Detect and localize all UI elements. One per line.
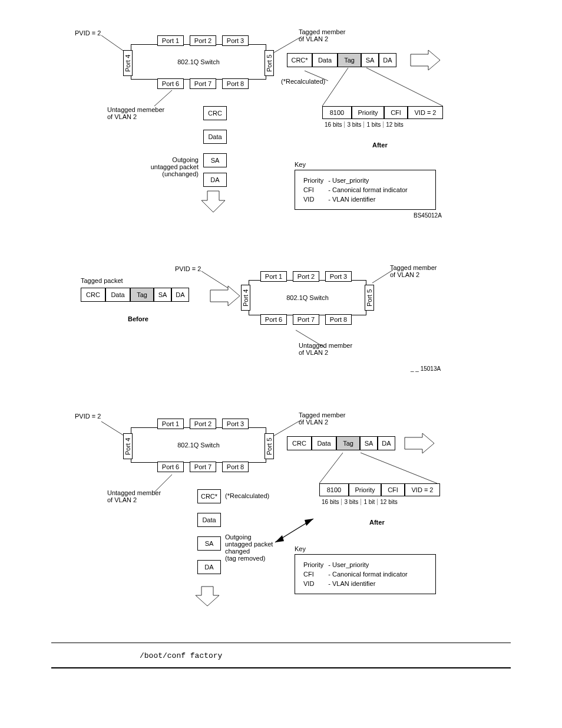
port-5-3: Port 5 [265, 433, 274, 459]
da-v-cell: DA [203, 173, 227, 187]
data-cell-3: Data [312, 436, 336, 450]
crc-v-cell: CRC [203, 106, 227, 120]
sa-cell-2: SA [154, 288, 171, 302]
cfi-cell: CFI [384, 106, 408, 119]
key-priority-l-3: Priority [303, 561, 327, 569]
untagged-member-label-3: Untagged member of VLAN 2 [107, 489, 161, 503]
bits-16: 16 bits [322, 121, 345, 128]
key-vid-l-3: VID [303, 579, 327, 588]
diagram-1: PVID = 2 802.1Q Switch Port 1 Port 2 Por… [51, 24, 511, 242]
svg-line-16 [361, 453, 437, 483]
port-8-3: Port 8 [222, 462, 249, 472]
data-v-3: Data [197, 513, 221, 527]
port-1-2: Port 1 [260, 271, 287, 282]
key-box: Priority- User_priority CFI- Canonical f… [295, 170, 436, 210]
bits-3: 3 bits [345, 121, 364, 128]
bits-16-3: 16 bits [319, 499, 342, 505]
bits-12: 12 bits [384, 121, 405, 128]
svg-marker-18 [275, 535, 284, 542]
pvid-label: PVID = 2 [75, 29, 101, 37]
port-3-2: Port 3 [325, 271, 352, 282]
crc-cell-2: CRC [81, 288, 105, 302]
key-vid-r-3: - VLAN identifier [328, 579, 411, 588]
bits-1-3: 1 bit [361, 499, 378, 505]
port-7: Port 7 [190, 78, 216, 89]
tpid-cell: 8100 [322, 106, 352, 119]
tagged-member-label-2: Tagged member of VLAN 2 [390, 264, 437, 278]
key-priority-l: Priority [303, 176, 327, 185]
key-title: Key [295, 161, 306, 168]
crc-star-v: CRC* [197, 489, 221, 503]
fig-id: BS45012A [414, 212, 442, 219]
priority-cell-3: Priority [349, 483, 381, 496]
footer-code: /boot/conf factory [51, 649, 511, 668]
key-vid-l: VID [303, 195, 327, 203]
sa-cell: SA [361, 53, 379, 67]
port-6-3: Port 6 [157, 462, 184, 472]
svg-marker-6 [411, 50, 440, 70]
untagged-member-label-2: Untagged member of VLAN 2 [299, 342, 352, 356]
port-6-2: Port 6 [260, 314, 287, 325]
port-2-2: Port 2 [293, 271, 319, 282]
connector-lines [51, 24, 511, 242]
switch-label: 802.1Q Switch [177, 58, 220, 65]
port-5: Port 5 [265, 50, 274, 76]
data-cell: Data [312, 53, 338, 67]
sa-cell-3: SA [360, 436, 378, 450]
recalc-label-3: (*Recalculated) [225, 492, 269, 499]
priority-cell: Priority [352, 106, 384, 119]
key-cfi-r: - Canonical format indicator [328, 186, 411, 194]
footer-separator [51, 643, 511, 643]
tagged-member-label: Tagged member of VLAN 2 [299, 28, 346, 42]
key-vid-r: - VLAN identifier [328, 195, 411, 203]
port-3: Port 3 [222, 35, 249, 46]
svg-line-8 [201, 271, 234, 292]
tag-cell-2: Tag [130, 288, 154, 302]
da-cell-2: DA [171, 288, 189, 302]
switch-box-3: 802.1Q Switch [131, 427, 266, 463]
svg-marker-19 [305, 519, 313, 526]
da-v-3: DA [197, 560, 221, 574]
outgoing-label: Outgoing untagged packet (unchanged) [128, 156, 199, 177]
port-7-2: Port 7 [293, 314, 319, 325]
sa-v-3: SA [197, 536, 221, 551]
key-title-3: Key [295, 545, 306, 552]
pvid-label-2: PVID = 2 [175, 265, 201, 272]
port-4-2: Port 4 [241, 285, 250, 311]
vid-cell-3: VID = 2 [405, 483, 440, 496]
crc-star-cell: CRC* [287, 53, 312, 67]
bits-12-3: 12 bits [378, 499, 399, 505]
pvid-label-3: PVID = 2 [75, 413, 101, 420]
untagged-member-label: Untagged memeber of VLAN 2 [107, 106, 164, 120]
tpid-cell-3: 8100 [319, 483, 349, 496]
port-8: Port 8 [222, 78, 249, 89]
data-cell-2: Data [105, 288, 130, 302]
after-label: After [372, 141, 388, 149]
tagged-packet-label: Tagged packet [81, 277, 123, 284]
key-cfi-r-3: - Canonical format indicator [328, 570, 411, 578]
key-box-3: Priority- User_priority CFI- Canonical f… [295, 554, 436, 594]
outgoing-label-3: Outgoing untagged packet changed (tag re… [225, 533, 273, 562]
connector-lines-3 [51, 407, 511, 625]
svg-line-15 [319, 453, 343, 483]
da-cell: DA [379, 53, 396, 67]
key-cfi-l-3: CFI [303, 570, 327, 578]
bits-3-3: 3 bits [342, 499, 361, 505]
port-1-3: Port 1 [157, 419, 184, 429]
bits-1: 1 bits [364, 121, 384, 128]
svg-marker-21 [196, 587, 219, 606]
port-5-2: Port 5 [365, 285, 374, 311]
port-7-3: Port 7 [190, 462, 216, 472]
port-1: Port 1 [157, 35, 184, 46]
cfi-cell-3: CFI [381, 483, 405, 496]
vid-cell: VID = 2 [408, 106, 443, 119]
data-v-cell: Data [203, 130, 227, 144]
port-6: Port 6 [157, 78, 184, 89]
da-cell-3: DA [378, 436, 395, 450]
switch-box-2: 802.1Q Switch [249, 280, 366, 315]
after-label-3: After [369, 519, 385, 526]
tag-cell-3: Tag [336, 436, 360, 450]
port-3-3: Port 3 [222, 419, 249, 429]
port-4: Port 4 [123, 50, 133, 76]
sa-v-cell: SA [203, 153, 227, 167]
